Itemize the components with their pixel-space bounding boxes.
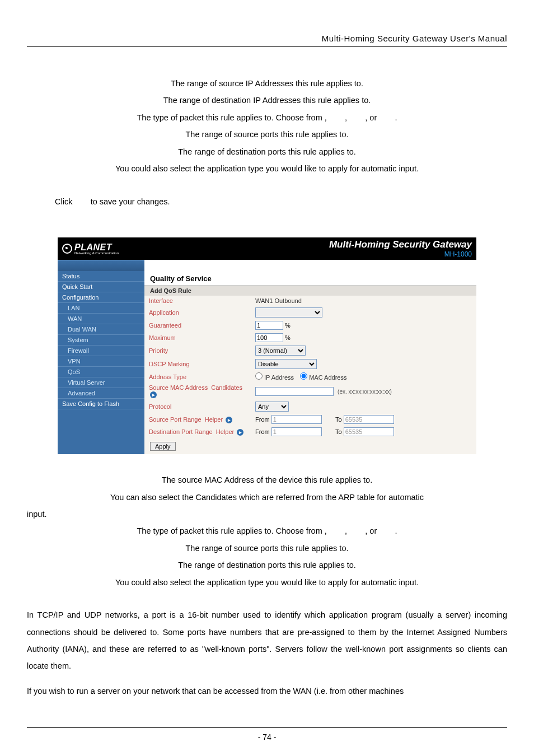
top-body-text: The range of source IP Addresses this ru… [27, 75, 507, 210]
srcport-from-lbl: From [255, 416, 270, 423]
dstport-from-lbl: From [255, 428, 270, 435]
txt-click-apply: Click to save your changes. [27, 193, 507, 210]
lbl-srcport: Source Port Range Helper ▸ [144, 413, 251, 426]
srcport-to-input[interactable] [344, 415, 394, 424]
val-interface: WAN1 Outbound [251, 296, 476, 306]
maximum-input[interactable] [255, 333, 283, 342]
lbl-application: Application [144, 306, 251, 319]
sidebar: Status Quick Start Configuration LAN WAN… [58, 260, 144, 454]
dstport-to-input[interactable] [344, 427, 394, 436]
router-ui-screenshot: PLANET Networking & Communication Multi-… [57, 237, 477, 455]
lbl-guaranteed: Guaranteed [144, 319, 251, 332]
maximum-unit: % [285, 334, 291, 341]
priority-select[interactable]: 3 (Normal) [255, 346, 306, 356]
txt2-srcmac: The source MAC Address of the device thi… [27, 472, 507, 488]
lbl-priority: Priority [144, 344, 251, 357]
brand-logo: PLANET Networking & Communication [62, 242, 119, 255]
main-panel: Quality of Service Add QoS Rule Interfac… [144, 260, 476, 454]
application-select[interactable] [255, 307, 322, 318]
bottom-body-text: The source MAC Address of the device thi… [27, 472, 507, 699]
hero-model: MH-1000 [329, 250, 472, 258]
txt-helper: You could also select the application ty… [27, 160, 507, 177]
txt-dst-port: The range of destination ports this rule… [27, 143, 507, 160]
txt2-dstport: The range of destination ports this rule… [27, 557, 507, 573]
txt2-candidates-a: You can also select the Candidates which… [27, 489, 507, 506]
dstport-to-lbl: To [335, 428, 342, 435]
sidebar-item-status[interactable]: Status [58, 271, 144, 282]
lbl-interface: Interface [144, 296, 251, 306]
guaranteed-unit: % [285, 322, 291, 329]
ui-top-bar: PLANET Networking & Communication Multi-… [58, 237, 476, 260]
dstport-helper-link[interactable]: Helper [216, 428, 234, 435]
globe-icon [62, 244, 72, 254]
subhead-add-rule: Add QoS Rule [144, 285, 476, 296]
txt2-protocol: The type of packet this rule applies to.… [27, 522, 507, 539]
sidebar-item-quickstart[interactable]: Quick Start [58, 282, 144, 292]
txt-src-ip: The range of source IP Addresses this ru… [27, 75, 507, 92]
section-title: Quality of Service [144, 271, 476, 285]
sidebar-item-system[interactable]: System [58, 335, 144, 346]
txt2-helper: You could also select the application ty… [27, 574, 507, 591]
srcmac-input[interactable] [255, 387, 334, 396]
lbl-srcmac: Source MAC Address Candidates ▸ [144, 382, 251, 400]
dstport-from-input[interactable] [271, 427, 322, 436]
page-header: Multi-Homing Security Gateway User's Man… [27, 34, 507, 47]
srcport-helper-link[interactable]: Helper [205, 416, 223, 423]
sidebar-item-wan[interactable]: WAN [58, 314, 144, 324]
sidebar-item-saveconfig[interactable]: Save Config to Flash [58, 399, 144, 409]
srcport-from-input[interactable] [271, 415, 322, 424]
sidebar-item-dualwan[interactable]: Dual WAN [58, 324, 144, 335]
sidebar-item-advanced[interactable]: Advanced [58, 388, 144, 399]
sidebar-item-configuration[interactable]: Configuration [58, 292, 144, 303]
radio-mac-address[interactable]: MAC Address [300, 374, 346, 381]
sidebar-item-qos[interactable]: QoS [58, 367, 144, 377]
txt2-srcport: The range of source ports this rule appl… [27, 540, 507, 557]
qos-form: Interface WAN1 Outbound Application Guar… [144, 296, 476, 438]
txt2-candidates-b: input. [27, 506, 507, 522]
lbl-addrtype: Address Type [144, 371, 251, 382]
dstport-helper-icon[interactable]: ▸ [237, 429, 243, 436]
srcport-to-lbl: To [335, 416, 342, 423]
dscp-select[interactable]: Disable [255, 359, 317, 369]
lbl-dscp: DSCP Marking [144, 357, 251, 371]
candidates-link[interactable]: Candidates [211, 384, 242, 391]
candidates-icon[interactable]: ▸ [150, 391, 157, 398]
txt2-para2: If you wish to run a server on your netw… [27, 683, 507, 699]
brand-sub: Networking & Communication [74, 251, 119, 255]
srcmac-hint: (ex. xx:xx:xx:xx:xx:xx) [338, 389, 392, 395]
page-number: - 74 - [27, 727, 507, 741]
lbl-dstport: Destination Port Range Helper ▸ [144, 426, 251, 438]
lbl-protocol: Protocol [144, 400, 251, 413]
hero-title-block: Multi-Homing Security Gateway MH-1000 [329, 239, 472, 258]
txt-src-port: The range of source ports this rule appl… [27, 126, 507, 143]
sidebar-item-virtualserver[interactable]: Virtual Server [58, 377, 144, 388]
guaranteed-input[interactable] [255, 321, 283, 330]
srcport-helper-icon[interactable]: ▸ [226, 417, 232, 423]
sidebar-item-vpn[interactable]: VPN [58, 356, 144, 367]
txt2-para1: In TCP/IP and UDP networks, a port is a … [27, 606, 507, 675]
apply-button[interactable]: Apply [150, 442, 176, 451]
txt-dst-ip: The range of destination IP Addresses th… [27, 92, 507, 109]
sidebar-item-lan[interactable]: LAN [58, 303, 144, 314]
hero-title: Multi-Homing Security Gateway [329, 239, 472, 250]
txt-protocol: The type of packet this rule applies to.… [27, 109, 507, 126]
radio-ip-address[interactable]: IP Address [255, 374, 294, 381]
lbl-maximum: Maximum [144, 332, 251, 344]
sidebar-item-firewall[interactable]: Firewall [58, 346, 144, 356]
protocol-select[interactable]: Any [255, 402, 289, 412]
